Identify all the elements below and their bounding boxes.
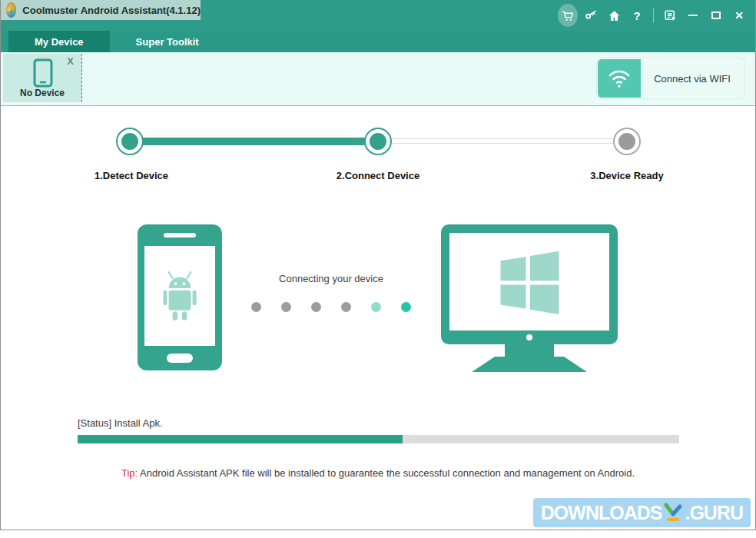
step-connector-complete [143,138,366,145]
maximize-button[interactable] [706,5,726,25]
watermark-right-text: .GURU [685,502,743,524]
progress-dots [251,302,411,312]
watermark-left-text: DOWNLOADS [541,502,662,524]
step3-circle [613,128,641,155]
download-arrow-icon [663,502,683,523]
step1-circle [116,128,144,155]
downloads-guru-watermark: DOWNLOADS .GURU [533,498,751,527]
home-icon [608,9,621,22]
phone-outline-icon [32,58,54,88]
main-panel: 1.Detect Device 2.Connect Device 3.Devic… [1,106,755,530]
device-strip: X No Device Connect via WIFI [1,52,755,106]
step1-label: 1.Detect Device [94,170,168,181]
device-card-no-device[interactable]: X No Device [3,54,82,102]
phone-illustration [138,224,222,370]
document-cursor-icon [663,8,678,23]
tab-my-device[interactable]: My Device [8,31,110,52]
close-button[interactable]: ✕ [729,5,749,25]
connecting-message: Connecting your device [279,273,383,284]
tab-bar: My Device Super Toolkit [1,31,755,52]
app-logo-icon [6,2,16,18]
maximize-icon [711,12,721,19]
window-title: Coolmuster Android Assistant(4.1.12) [22,5,201,16]
monitor-neck [505,344,554,357]
step2-label: 2.Connect Device [337,170,419,181]
status-text: [Status] Install Apk. [78,417,163,429]
device-card-close-icon[interactable]: X [67,55,74,67]
home-button[interactable] [604,5,624,25]
help-icon: ? [633,9,640,22]
close-icon: ✕ [734,9,744,22]
dot-6 [401,302,411,312]
tip-text: Android Assistant APK file will be insta… [138,467,635,479]
monitor-base [472,357,587,372]
titlebar-icons: ? ✕ [558,0,755,31]
minimize-button[interactable] [683,5,703,25]
minimize-icon [688,15,698,16]
title-bar: Coolmuster Android Assistant(4.1.12) [1,0,755,31]
tip-line: Tip: Android Assistant APK file will be … [1,467,755,479]
help-button[interactable]: ? [627,5,647,25]
tab-super-toolkit[interactable]: Super Toolkit [110,31,225,52]
dot-5 [371,302,381,312]
titlebar-separator [653,8,654,23]
wifi-icon [607,68,632,89]
register-key-button[interactable] [581,5,601,25]
cart-icon [558,4,578,27]
feedback-log-button[interactable] [660,5,680,25]
dot-2 [281,302,291,312]
wifi-icon-panel [598,59,641,98]
title-area: Coolmuster Android Assistant(4.1.12) [1,0,201,20]
step3-label: 3.Device Ready [590,170,663,181]
phone-screen [144,246,215,346]
monitor-frame [441,224,618,344]
phone-speaker [164,233,196,237]
monitor-screen [449,233,609,330]
step-connector-pending [391,138,615,144]
dot-4 [341,302,351,312]
dot-3 [311,302,321,312]
dot-1 [251,302,261,312]
phone-home-button [167,354,193,363]
connect-via-wifi-button[interactable]: Connect via WIFI [597,58,744,98]
device-card-label: No Device [3,88,81,98]
progress-fill [78,435,403,443]
monitor-power-dot [526,334,532,340]
android-robot-icon [152,267,207,325]
key-icon [584,8,598,22]
connecting-block: Connecting your device [235,273,427,312]
step2-circle [364,128,392,155]
windows-logo-icon [495,250,564,314]
tip-prefix: Tip: [121,467,138,479]
computer-illustration [441,224,618,372]
progress-bar [78,435,679,443]
store-button[interactable] [558,5,578,25]
wifi-button-label: Connect via WIFI [641,59,744,98]
app-window: Coolmuster Android Assistant(4.1.12) [0,0,756,530]
